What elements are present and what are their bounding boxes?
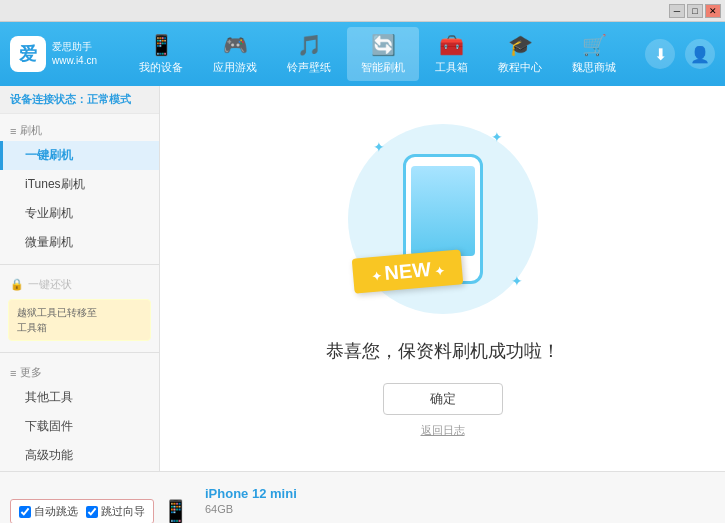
device-name: iPhone 12 mini [205, 486, 297, 501]
phone-screen [411, 166, 475, 256]
logo-line2: www.i4.cn [52, 54, 97, 68]
sidebar-more-icon: ≡ [10, 367, 16, 379]
sidebar-flash-label: 刷机 [20, 123, 42, 138]
device-firmware: Down-12mini-13,1 [205, 519, 297, 523]
sidebar-item-downgrade-flash[interactable]: 微量刷机 [0, 228, 159, 257]
sidebar-divider-1 [0, 264, 159, 265]
sidebar-flash-section: ≡ 刷机 一键刷机 iTunes刷机 专业刷机 微量刷机 [0, 114, 159, 261]
nav-smart-flash[interactable]: 🔄 智能刷机 [347, 27, 419, 81]
device-storage: 64GB [205, 501, 297, 519]
header: 爱 爱思助手 www.i4.cn 📱 我的设备 🎮 应用游戏 🎵 铃声壁纸 🔄 … [0, 22, 725, 86]
nav-apps-games-label: 应用游戏 [213, 60, 257, 75]
nav-right: ⬇ 👤 [645, 39, 715, 69]
sidebar-status-value: 正常模式 [87, 93, 131, 105]
device-info: iPhone 12 mini 64GB Down-12mini-13,1 [205, 486, 297, 523]
auto-skip-checkbox[interactable]: 自动跳选 [19, 504, 78, 519]
user-btn[interactable]: 👤 [685, 39, 715, 69]
sidebar-status: 设备连接状态：正常模式 [0, 86, 159, 114]
sidebar-item-download-firmware[interactable]: 下载固件 [0, 412, 159, 441]
nav-ringtone-label: 铃声壁纸 [287, 60, 331, 75]
logo-text: 爱思助手 www.i4.cn [52, 40, 97, 68]
nav-wei-store-label: 魏思商城 [572, 60, 616, 75]
nav-my-device-icon: 📱 [149, 33, 174, 57]
skip-wizard-label: 跳过向导 [101, 504, 145, 519]
sidebar-restore-section: 🔒 一键还状 越狱工具已转移至工具箱 [0, 268, 159, 349]
go-back-link[interactable]: 返回日志 [421, 423, 465, 438]
skip-wizard-checkbox[interactable]: 跳过向导 [86, 504, 145, 519]
nav-tutorial-icon: 🎓 [508, 33, 533, 57]
nav-my-device[interactable]: 📱 我的设备 [125, 27, 197, 81]
skip-wizard-input[interactable] [86, 506, 98, 518]
success-illustration: ✦ ✦ ✦ NEW [343, 119, 543, 319]
nav-tutorial[interactable]: 🎓 教程中心 [484, 27, 556, 81]
confirm-button[interactable]: 确定 [383, 383, 503, 415]
sidebar-item-one-key-flash[interactable]: 一键刷机 [0, 141, 159, 170]
content-area: ✦ ✦ ✦ NEW 恭喜您，保资料刷机成功啦！ 确定 返回日志 [160, 86, 725, 471]
sidebar-item-other-tools[interactable]: 其他工具 [0, 383, 159, 412]
sidebar: 设备连接状态：正常模式 ≡ 刷机 一键刷机 iTunes刷机 专业刷机 微量刷机… [0, 86, 160, 471]
sidebar-more-title: ≡ 更多 [0, 360, 159, 383]
nav-smart-flash-label: 智能刷机 [361, 60, 405, 75]
logo-line1: 爱思助手 [52, 40, 97, 54]
nav-items: 📱 我的设备 🎮 应用游戏 🎵 铃声壁纸 🔄 智能刷机 🧰 工具箱 🎓 教程中心… [110, 27, 645, 81]
sparkle-1: ✦ [373, 139, 385, 155]
main-container: 设备连接状态：正常模式 ≡ 刷机 一键刷机 iTunes刷机 专业刷机 微量刷机… [0, 86, 725, 471]
sparkle-3: ✦ [511, 273, 523, 289]
nav-my-device-label: 我的设备 [139, 60, 183, 75]
nav-wei-store[interactable]: 🛒 魏思商城 [558, 27, 630, 81]
download-btn[interactable]: ⬇ [645, 39, 675, 69]
nav-toolbox-label: 工具箱 [435, 60, 468, 75]
sidebar-divider-2 [0, 352, 159, 353]
sidebar-item-pro-flash[interactable]: 专业刷机 [0, 199, 159, 228]
nav-apps-games[interactable]: 🎮 应用游戏 [199, 27, 271, 81]
logo-area: 爱 爱思助手 www.i4.cn [10, 36, 110, 72]
nav-smart-flash-icon: 🔄 [371, 33, 396, 57]
auto-skip-label: 自动跳选 [34, 504, 78, 519]
sidebar-restore-label: 一键还状 [28, 277, 72, 292]
sidebar-more-section: ≡ 更多 其他工具 下载固件 高级功能 [0, 356, 159, 471]
minimize-btn[interactable]: ─ [669, 4, 685, 18]
logo-char: 爱 [19, 42, 37, 66]
close-btn[interactable]: ✕ [705, 4, 721, 18]
sparkle-2: ✦ [491, 129, 503, 145]
window-controls[interactable]: ─ □ ✕ [669, 4, 721, 18]
nav-ringtone[interactable]: 🎵 铃声壁纸 [273, 27, 345, 81]
nav-apps-games-icon: 🎮 [223, 33, 248, 57]
device-bar: 自动跳选 跳过向导 📱 iPhone 12 mini 64GB Down-12m… [0, 471, 725, 523]
lock-icon: 🔒 [10, 278, 24, 291]
nav-tutorial-label: 教程中心 [498, 60, 542, 75]
sidebar-status-label: 设备连接状态： [10, 93, 87, 105]
device-phone-icon: 📱 [162, 499, 189, 524]
logo-icon: 爱 [10, 36, 46, 72]
sidebar-restore-title: 🔒 一键还状 [0, 272, 159, 295]
nav-ringtone-icon: 🎵 [297, 33, 322, 57]
nav-wei-store-icon: 🛒 [582, 33, 607, 57]
title-bar: ─ □ ✕ [0, 0, 725, 22]
maximize-btn[interactable]: □ [687, 4, 703, 18]
sidebar-flash-icon: ≡ [10, 125, 16, 137]
sidebar-item-itunes-flash[interactable]: iTunes刷机 [0, 170, 159, 199]
sidebar-item-advanced[interactable]: 高级功能 [0, 441, 159, 470]
success-text: 恭喜您，保资料刷机成功啦！ [326, 339, 560, 363]
device-checkboxes: 自动跳选 跳过向导 [10, 499, 154, 523]
sidebar-warning-box: 越狱工具已转移至工具箱 [8, 299, 151, 341]
sidebar-more-label: 更多 [20, 365, 42, 380]
nav-toolbox[interactable]: 🧰 工具箱 [421, 27, 482, 81]
sidebar-flash-title: ≡ 刷机 [0, 118, 159, 141]
auto-skip-input[interactable] [19, 506, 31, 518]
nav-toolbox-icon: 🧰 [439, 33, 464, 57]
